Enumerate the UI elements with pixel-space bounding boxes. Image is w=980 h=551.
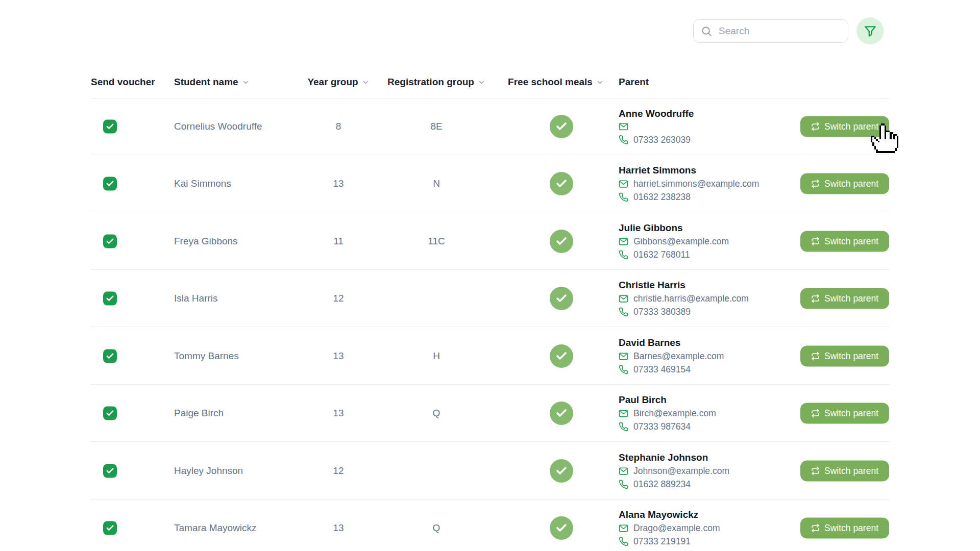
chevron-down-icon <box>242 79 250 86</box>
student-name: Isla Harris <box>174 293 218 304</box>
switch-parent-button[interactable]: Switch parent <box>800 345 889 366</box>
email-icon <box>619 237 628 246</box>
parent-name: Harriet Simmons <box>619 165 759 176</box>
table-row: Isla Harris 12 Christie Harris christie.… <box>91 270 889 327</box>
chevron-down-icon <box>596 79 604 86</box>
chevron-down-icon <box>362 79 370 86</box>
registration-group-value: 8E <box>385 121 487 132</box>
parent-name: Julie Gibbons <box>619 222 729 234</box>
registration-group-value: Q <box>385 408 487 419</box>
parent-phone: 07333 219191 <box>619 536 720 547</box>
checkmark-icon <box>555 465 568 477</box>
send-voucher-checkbox[interactable] <box>103 177 117 190</box>
search-box[interactable] <box>693 19 848 43</box>
registration-group-value: 11C <box>385 236 487 247</box>
send-voucher-checkbox[interactable] <box>103 291 117 305</box>
send-voucher-checkbox[interactable] <box>103 521 117 535</box>
free-school-meals-check-icon <box>550 459 573 483</box>
parent-phone: 01632 238238 <box>619 192 759 203</box>
switch-parent-button[interactable]: Switch parent <box>800 403 889 423</box>
checkmark-icon <box>106 524 114 533</box>
checkmark-icon <box>555 407 568 419</box>
switch-parent-button[interactable]: Switch parent <box>800 518 889 539</box>
parent-phone: 07333 263039 <box>619 134 694 145</box>
send-voucher-checkbox[interactable] <box>103 119 117 133</box>
year-group-value: 8 <box>287 121 389 132</box>
parent-name: Anne Woodruffe <box>619 108 694 119</box>
phone-icon <box>619 192 628 202</box>
year-group-value: 12 <box>287 465 389 477</box>
phone-icon <box>619 365 628 374</box>
phone-icon <box>619 480 628 489</box>
year-group-value: 13 <box>287 522 389 534</box>
student-name: Kai Simmons <box>174 178 231 189</box>
checkmark-icon <box>555 235 568 247</box>
page: Send voucher Student name Year group Reg… <box>0 0 980 551</box>
parent-email: Gibbons@example.com <box>619 236 729 247</box>
checkmark-icon <box>106 179 114 188</box>
swap-icon <box>811 352 820 360</box>
email-icon <box>619 122 628 132</box>
checkmark-icon <box>106 466 114 475</box>
parent-email <box>619 121 694 132</box>
parent-email: Barnes@example.com <box>619 351 724 362</box>
checkmark-icon <box>106 352 114 360</box>
table-header-row: Send voucher Student name Year group Reg… <box>91 66 889 98</box>
parent-name: Christie Harris <box>619 280 749 291</box>
year-group-value: 13 <box>287 178 389 189</box>
table-row: Kai Simmons 13 N Harriet Simmons harriet… <box>91 155 889 212</box>
switch-parent-button[interactable]: Switch parent <box>800 116 889 137</box>
student-name: Tamara Mayowickz <box>174 522 257 534</box>
parent-name: David Barnes <box>619 337 724 348</box>
parent-info: Harriet Simmons harriet.simmons@example.… <box>619 165 759 203</box>
checkmark-icon <box>555 178 568 190</box>
year-group-value: 11 <box>287 236 389 247</box>
free-school-meals-check-icon <box>550 516 573 540</box>
checkmark-icon <box>555 350 568 362</box>
parent-name: Stephanie Johnson <box>619 452 729 463</box>
filter-funnel-icon <box>864 24 877 38</box>
send-voucher-checkbox[interactable] <box>103 406 117 420</box>
student-name: Cornelius Woodruffe <box>174 121 262 132</box>
switch-parent-button[interactable]: Switch parent <box>800 231 889 252</box>
parent-info: David Barnes Barnes@example.com 07333 46… <box>619 337 724 375</box>
swap-icon <box>811 294 820 303</box>
switch-parent-button[interactable]: Switch parent <box>800 173 889 194</box>
swap-icon <box>811 466 820 475</box>
parent-info: Alana Mayowickz Drago@example.com 07333 … <box>619 509 720 547</box>
col-header-year-group[interactable]: Year group <box>287 66 389 98</box>
swap-icon <box>811 409 820 417</box>
send-voucher-checkbox[interactable] <box>103 349 117 363</box>
table-row: Freya Gibbons 11 11C Julie Gibbons Gibbo… <box>91 213 889 270</box>
send-voucher-checkbox[interactable] <box>103 464 117 478</box>
checkmark-icon <box>106 294 114 303</box>
col-header-student-name[interactable]: Student name <box>174 66 250 98</box>
checkmark-icon <box>106 409 114 417</box>
parent-email: Johnson@example.com <box>619 466 729 477</box>
parent-phone: 01632 889234 <box>619 479 729 490</box>
phone-icon <box>619 135 628 144</box>
parent-name: Paul Birch <box>619 394 716 406</box>
switch-parent-button[interactable]: Switch parent <box>800 460 889 481</box>
filter-button[interactable] <box>856 17 884 44</box>
col-header-registration-group[interactable]: Registration group <box>385 66 487 98</box>
search-input[interactable] <box>719 26 844 37</box>
checkmark-icon <box>555 292 568 305</box>
free-school-meals-check-icon <box>550 402 573 425</box>
checkmark-icon <box>555 522 568 534</box>
swap-icon <box>811 524 820 533</box>
registration-group-value: N <box>385 178 487 189</box>
col-header-send-voucher: Send voucher <box>91 66 155 98</box>
table-row: Hayley Johnson 12 Stephanie Johnson John… <box>91 442 889 499</box>
parent-email: harriet.simmons@example.com <box>619 179 759 189</box>
student-name: Tommy Barnes <box>174 350 239 362</box>
col-header-free-school-meals[interactable]: Free school meals <box>505 66 607 98</box>
year-group-value: 12 <box>287 293 389 304</box>
phone-icon <box>619 307 628 317</box>
table-row: Tommy Barnes 13 H David Barnes Barnes@ex… <box>91 328 889 385</box>
send-voucher-checkbox[interactable] <box>103 234 117 248</box>
swap-icon <box>811 179 820 188</box>
parent-info: Christie Harris christie.harris@example.… <box>619 280 749 317</box>
swap-icon <box>811 122 820 131</box>
switch-parent-button[interactable]: Switch parent <box>800 288 889 309</box>
